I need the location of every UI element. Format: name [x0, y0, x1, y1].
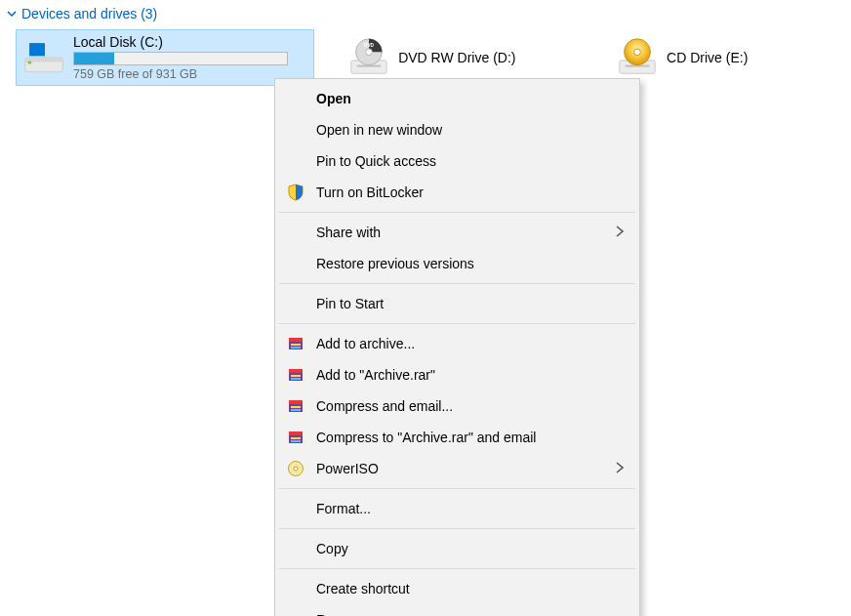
- svg-rect-20: [291, 344, 301, 346]
- ctx-add-archive[interactable]: Add to archive...: [277, 328, 637, 359]
- usage-bar: [73, 52, 288, 65]
- menu-label: Open in new window: [316, 122, 442, 138]
- drive-info: CD Drive (E:): [667, 50, 748, 65]
- menu-label: Compress and email...: [316, 398, 453, 414]
- menu-label: PowerISO: [316, 461, 379, 476]
- ctx-open-new-window[interactable]: Open in new window: [277, 114, 637, 145]
- menu-label: Copy: [316, 541, 348, 556]
- chevron-down-icon: [6, 8, 18, 20]
- section-title: Devices and drives (3): [21, 6, 157, 21]
- menu-label: Format...: [316, 501, 371, 516]
- menu-label: Restore previous versions: [316, 256, 474, 271]
- svg-rect-23: [289, 369, 303, 373]
- ctx-pin-quick-access[interactable]: Pin to Quick access: [277, 145, 637, 177]
- svg-rect-33: [291, 440, 301, 442]
- ctx-create-shortcut[interactable]: Create shortcut: [277, 573, 637, 604]
- menu-label: Compress to "Archive.rar" and email: [316, 430, 536, 445]
- drive-name: Local Disk (C:): [73, 34, 288, 50]
- menu-label: Pin to Start: [316, 296, 384, 311]
- chevron-right-icon: [614, 225, 628, 238]
- svg-rect-31: [289, 431, 303, 435]
- winrar-icon: [285, 395, 306, 417]
- section-header-devices[interactable]: Devices and drives (3): [0, 0, 851, 29]
- ctx-compress-email[interactable]: Compress and email...: [277, 390, 637, 422]
- svg-point-17: [634, 49, 641, 56]
- svg-rect-2: [28, 62, 32, 64]
- ctx-open[interactable]: Open: [277, 83, 637, 114]
- ctx-add-rar[interactable]: Add to "Archive.rar": [277, 359, 637, 390]
- svg-text:DVD: DVD: [364, 43, 375, 48]
- svg-rect-21: [291, 347, 301, 349]
- drive-name: DVD RW Drive (D:): [398, 50, 515, 65]
- svg-rect-27: [289, 400, 303, 404]
- ctx-rename[interactable]: Rename: [277, 604, 637, 616]
- winrar-icon: [285, 333, 306, 354]
- menu-label: Pin to Quick access: [316, 153, 436, 169]
- dvd-drive-icon: DVD: [347, 36, 390, 79]
- ctx-pin-start[interactable]: Pin to Start: [277, 288, 637, 319]
- drive-tile-cd[interactable]: CD Drive (E:): [610, 29, 851, 86]
- svg-rect-19: [289, 338, 303, 342]
- menu-separator: [279, 212, 635, 213]
- ctx-share-with[interactable]: Share with: [277, 217, 637, 248]
- drive-tile-local-c[interactable]: Local Disk (C:) 759 GB free of 931 GB: [16, 29, 314, 86]
- ctx-compress-rar-email[interactable]: Compress to "Archive.rar" and email: [277, 422, 637, 453]
- drive-free-label: 759 GB free of 931 GB: [73, 67, 288, 81]
- shield-icon: [285, 182, 306, 203]
- drive-name: CD Drive (E:): [667, 50, 748, 65]
- svg-point-12: [366, 49, 373, 56]
- menu-separator: [279, 488, 635, 489]
- chevron-right-icon: [614, 461, 628, 474]
- svg-rect-29: [291, 409, 301, 411]
- svg-rect-25: [291, 378, 301, 380]
- hard-disk-icon: [22, 36, 65, 79]
- menu-separator: [279, 323, 635, 324]
- ctx-copy[interactable]: Copy: [277, 533, 637, 564]
- svg-rect-24: [291, 375, 301, 377]
- menu-label: Create shortcut: [316, 581, 410, 596]
- winrar-icon: [285, 427, 306, 448]
- menu-separator: [279, 283, 635, 284]
- drive-info: DVD RW Drive (D:): [398, 50, 515, 65]
- poweriso-icon: [285, 458, 306, 479]
- menu-label: Turn on BitLocker: [316, 185, 424, 200]
- svg-point-35: [294, 467, 298, 471]
- menu-label: Add to "Archive.rar": [316, 367, 435, 383]
- menu-separator: [279, 568, 635, 569]
- context-menu: Open Open in new window Pin to Quick acc…: [274, 78, 640, 616]
- menu-label: Rename: [316, 612, 368, 616]
- menu-label: Share with: [316, 225, 381, 240]
- cd-drive-icon: [616, 36, 659, 79]
- svg-rect-8: [29, 43, 45, 56]
- menu-label: Open: [316, 91, 351, 106]
- ctx-poweriso[interactable]: PowerISO: [277, 453, 637, 484]
- svg-rect-32: [291, 437, 301, 439]
- menu-label: Add to archive...: [316, 336, 415, 351]
- svg-rect-28: [291, 406, 301, 408]
- drive-info: Local Disk (C:) 759 GB free of 931 GB: [73, 34, 288, 81]
- winrar-icon: [285, 364, 306, 386]
- ctx-format[interactable]: Format...: [277, 493, 637, 524]
- menu-separator: [279, 528, 635, 529]
- ctx-bitlocker[interactable]: Turn on BitLocker: [277, 177, 637, 208]
- ctx-restore-versions[interactable]: Restore previous versions: [277, 248, 637, 279]
